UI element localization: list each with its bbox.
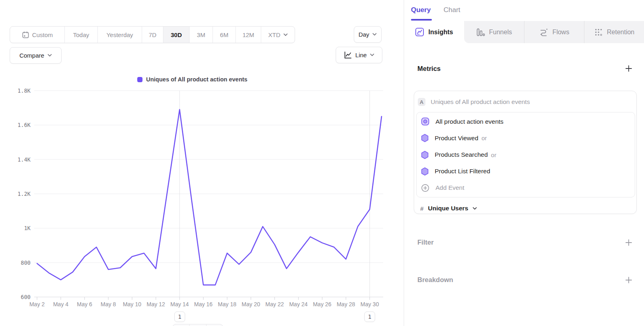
- granularity-label: Day: [359, 31, 369, 38]
- chevron-down-icon: [283, 33, 288, 36]
- tab-label: Flows: [553, 29, 570, 36]
- footer-segment: [189, 324, 206, 326]
- date-range-label: 3M: [197, 31, 205, 38]
- date-range-custom[interactable]: Custom: [10, 27, 64, 43]
- svg-text:May 2: May 2: [29, 301, 45, 307]
- legend-color-chip: [137, 77, 142, 82]
- metric-card-title: Uniques of All product action events: [431, 98, 530, 106]
- date-range-label: Custom: [32, 31, 53, 38]
- event-operator: or: [481, 135, 487, 141]
- date-range-xtd[interactable]: XTD: [261, 27, 295, 43]
- metric-card-header[interactable]: A Uniques of All product action events: [418, 98, 530, 106]
- event-operator: or: [491, 152, 496, 158]
- chevron-down-icon: [370, 54, 374, 56]
- all-events-icon: [421, 117, 429, 126]
- compare-button[interactable]: Compare: [10, 47, 62, 64]
- flows-icon: [539, 27, 549, 37]
- add-metric-button[interactable]: [624, 64, 633, 73]
- event-list: All product action eventsProduct Viewedo…: [416, 112, 635, 197]
- footer-segment: [206, 324, 223, 326]
- hexagon-icon: [421, 167, 429, 176]
- tab-funnels[interactable]: Funnels: [464, 21, 524, 43]
- event-label: Product Viewed: [435, 135, 478, 142]
- svg-text:May 26: May 26: [313, 301, 331, 307]
- chart-footer-control[interactable]: [172, 324, 223, 326]
- svg-text:May 18: May 18: [218, 301, 236, 307]
- svg-text:May 28: May 28: [336, 301, 355, 307]
- add-breakdown-button[interactable]: [624, 276, 633, 284]
- svg-text:May 20: May 20: [242, 301, 260, 307]
- metric-card: A Uniques of All product action events A…: [414, 91, 637, 214]
- date-range-label: XTD: [268, 31, 281, 38]
- event-label: Product List Filtered: [435, 168, 490, 175]
- active-tab-underline: [411, 19, 432, 21]
- footer-segment: [173, 324, 189, 326]
- date-range-today[interactable]: Today: [64, 27, 97, 43]
- svg-text:May 6: May 6: [77, 301, 92, 307]
- annotation-chip[interactable]: 1: [364, 311, 375, 322]
- tab-insights[interactable]: Insights: [404, 21, 464, 43]
- hash-icon: #: [420, 205, 423, 212]
- svg-text:1.8K: 1.8K: [17, 87, 31, 94]
- date-range-label: 6M: [220, 31, 229, 38]
- event-label: All product action events: [436, 118, 504, 125]
- svg-text:May 8: May 8: [101, 301, 116, 307]
- add-event-row[interactable]: Add Event: [417, 180, 635, 196]
- date-range-30d[interactable]: 30D: [163, 27, 189, 43]
- chevron-down-icon: [47, 54, 52, 57]
- event-row[interactable]: All product action events: [417, 113, 635, 130]
- metrics-section-title: Metrics: [417, 65, 441, 73]
- hexagon-icon: [421, 134, 429, 142]
- aggregation-label: Unique Users: [428, 205, 468, 212]
- report-type-tabs: InsightsFunnelsFlowsRetention: [404, 21, 644, 43]
- calendar-icon: [22, 31, 29, 39]
- compare-label: Compare: [19, 52, 44, 59]
- chevron-down-icon: [372, 33, 377, 36]
- metric-letter-badge: A: [418, 98, 425, 106]
- date-range-7d[interactable]: 7D: [142, 27, 163, 43]
- event-row[interactable]: Product List Filtered: [417, 163, 635, 180]
- date-range-yesterday[interactable]: Yesterday: [97, 27, 142, 43]
- legend-label: Uniques of All product action events: [146, 76, 248, 83]
- panel-divider: [404, 0, 404, 326]
- add-filter-button[interactable]: [624, 238, 633, 247]
- svg-text:1.2K: 1.2K: [17, 191, 31, 197]
- line-chart-icon: [344, 51, 352, 59]
- date-range-label: Today: [73, 31, 89, 38]
- date-range-label: Yesterday: [106, 31, 133, 38]
- date-range-6m[interactable]: 6M: [213, 27, 235, 43]
- breakdown-section-title: Breakdown: [417, 276, 453, 284]
- date-range-control: CustomTodayYesterday7D30D3M6M12MXTD: [10, 26, 295, 43]
- annotation-chip[interactable]: 1: [174, 311, 185, 322]
- svg-text:800: 800: [21, 260, 31, 266]
- tab-chart[interactable]: Chart: [444, 6, 460, 14]
- tab-query[interactable]: Query: [411, 6, 431, 14]
- date-range-3m[interactable]: 3M: [189, 27, 213, 43]
- funnels-icon: [476, 28, 485, 37]
- event-label: Add Event: [436, 184, 464, 191]
- svg-text:1.6K: 1.6K: [17, 122, 31, 128]
- insights-icon: [415, 27, 424, 37]
- svg-text:May 16: May 16: [194, 301, 213, 307]
- chart-type-button[interactable]: Line: [336, 47, 382, 63]
- svg-text:600: 600: [21, 294, 31, 300]
- retention-icon: [594, 28, 603, 37]
- chart-legend-item[interactable]: Uniques of All product action events: [137, 76, 248, 83]
- tab-retention[interactable]: Retention: [584, 21, 644, 43]
- tab-label: Insights: [428, 29, 453, 36]
- svg-text:May 14: May 14: [170, 301, 189, 307]
- event-row[interactable]: Products Searchedor: [417, 146, 635, 163]
- date-range-label: 30D: [171, 31, 182, 38]
- svg-text:May 30: May 30: [361, 301, 379, 307]
- tab-flows[interactable]: Flows: [524, 21, 584, 43]
- tab-label: Funnels: [489, 29, 512, 36]
- aggregation-dropdown[interactable]: # Unique Users: [420, 205, 477, 212]
- date-range-12m[interactable]: 12M: [235, 27, 261, 43]
- event-label: Products Searched: [435, 151, 488, 158]
- tab-label: Retention: [607, 29, 635, 36]
- svg-text:May 10: May 10: [123, 301, 141, 307]
- filter-section-title: Filter: [417, 239, 433, 246]
- event-row[interactable]: Product Viewedor: [417, 130, 635, 146]
- granularity-button[interactable]: Day: [354, 26, 382, 43]
- svg-text:May 24: May 24: [289, 301, 308, 307]
